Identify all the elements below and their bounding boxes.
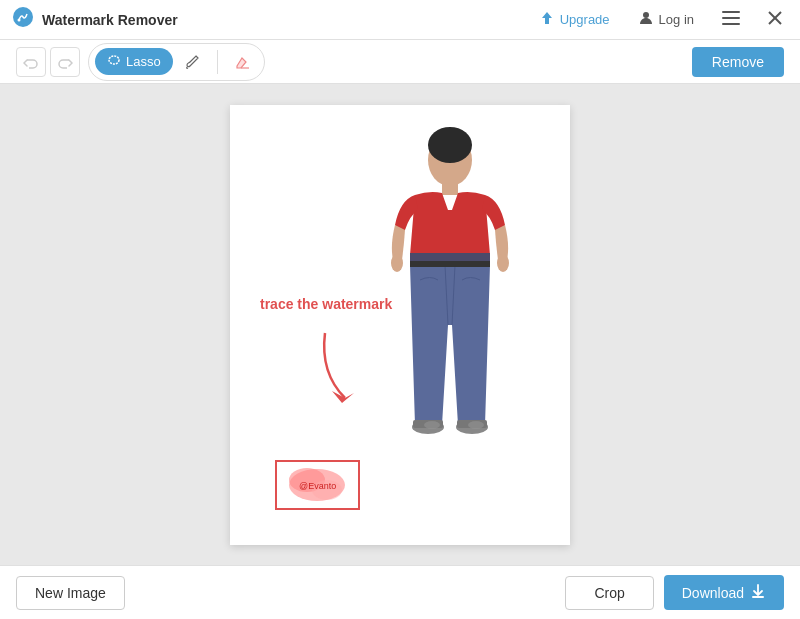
history-tools [16, 47, 80, 77]
bottom-bar: New Image Crop Download [0, 565, 800, 619]
image-container: trace the watermark @Evanto [230, 105, 570, 545]
login-button[interactable]: Log in [632, 6, 700, 33]
tool-separator [217, 50, 218, 74]
app-title: Watermark Remover [42, 12, 178, 28]
hamburger-icon [722, 11, 740, 28]
svg-rect-12 [442, 181, 458, 195]
lasso-label: Lasso [126, 54, 161, 69]
svg-point-24 [468, 421, 484, 429]
new-image-button[interactable]: New Image [16, 576, 125, 610]
title-bar: Watermark Remover Upgrade Log in [0, 0, 800, 40]
trace-arrow [310, 323, 390, 417]
svg-rect-3 [722, 11, 740, 13]
close-icon [768, 11, 782, 28]
svg-point-2 [643, 12, 649, 18]
login-label: Log in [659, 12, 694, 27]
svg-point-23 [424, 421, 440, 429]
trace-label: trace the watermark [260, 296, 392, 312]
svg-rect-29 [752, 596, 764, 598]
bottom-right-actions: Crop Download [565, 575, 784, 610]
canvas-area: trace the watermark @Evanto [0, 84, 800, 565]
lasso-icon [107, 53, 121, 70]
close-button[interactable] [762, 7, 788, 32]
redo-button[interactable] [50, 47, 80, 77]
brush-button[interactable] [177, 47, 207, 77]
trace-annotation: trace the watermark [260, 295, 392, 313]
svg-rect-5 [722, 23, 740, 25]
remove-button[interactable]: Remove [692, 47, 784, 77]
erase-button[interactable] [228, 47, 258, 77]
title-left: Watermark Remover [12, 6, 178, 33]
toolbar: Lasso Remove [0, 40, 800, 84]
svg-rect-4 [722, 17, 740, 19]
user-icon [638, 10, 654, 29]
svg-point-8 [109, 56, 119, 64]
svg-point-13 [391, 254, 403, 272]
app-icon [12, 6, 34, 33]
selection-tools: Lasso [88, 43, 265, 81]
crop-button[interactable]: Crop [565, 576, 653, 610]
svg-text:@Evanto: @Evanto [299, 481, 336, 491]
menu-button[interactable] [716, 7, 746, 32]
watermark-selection[interactable]: @Evanto [275, 460, 360, 510]
download-icon [750, 583, 766, 602]
svg-rect-18 [410, 261, 490, 267]
upgrade-label: Upgrade [560, 12, 610, 27]
svg-point-11 [428, 127, 472, 163]
title-right: Upgrade Log in [533, 6, 788, 33]
upgrade-icon [539, 10, 555, 29]
svg-point-1 [18, 19, 21, 22]
download-button[interactable]: Download [664, 575, 784, 610]
lasso-button[interactable]: Lasso [95, 48, 173, 75]
upgrade-button[interactable]: Upgrade [533, 6, 616, 33]
undo-button[interactable] [16, 47, 46, 77]
download-label: Download [682, 585, 744, 601]
svg-point-14 [497, 254, 509, 272]
